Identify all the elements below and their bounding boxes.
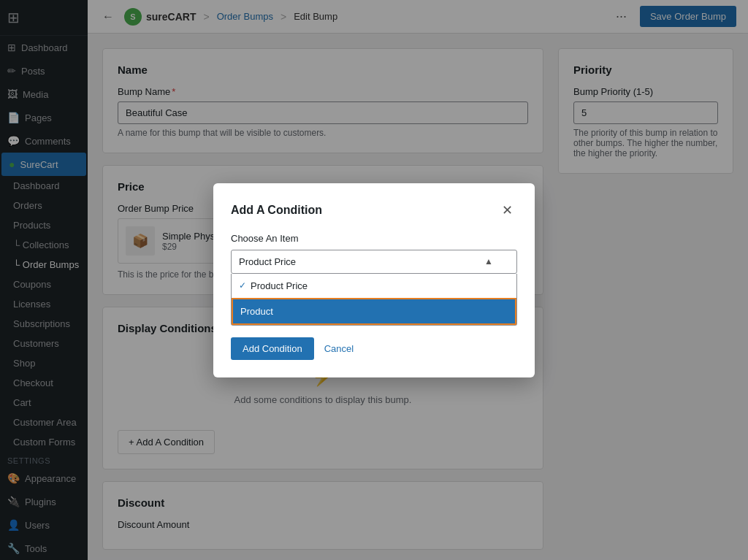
modal-close-button[interactable]: ✕ xyxy=(497,201,517,220)
dropdown-item-product[interactable]: Product xyxy=(232,298,516,325)
content-area: Name Bump Name* A name for this bump tha… xyxy=(88,34,748,560)
dropdown-item-product-price[interactable]: ✓ Product Price xyxy=(232,274,516,298)
dropdown-selected-value: Product Price xyxy=(239,256,296,267)
modal-add-condition-button[interactable]: Add Condition xyxy=(231,337,314,360)
dropdown-menu: ✓ Product Price Product xyxy=(231,274,517,326)
chevron-up-icon: ▲ xyxy=(484,256,493,266)
modal-cancel-button[interactable]: Cancel xyxy=(321,337,356,360)
modal-title: Add A Condition xyxy=(231,204,322,217)
add-condition-modal: Add A Condition ✕ Choose An Item Product… xyxy=(213,183,535,377)
checkmark-icon: ✓ xyxy=(239,280,246,291)
main-area: ← S sureCART > Order Bumps > Edit Bump ·… xyxy=(88,0,748,560)
choose-item-dropdown: Product Price ▲ ✓ Product Price Product xyxy=(231,250,517,326)
modal-footer: Add Condition Cancel xyxy=(231,337,517,360)
dropdown-select-button[interactable]: Product Price ▲ xyxy=(231,250,517,274)
choose-item-label: Choose An Item xyxy=(231,233,517,244)
modal-header: Add A Condition ✕ xyxy=(231,201,517,220)
modal-backdrop[interactable]: Add A Condition ✕ Choose An Item Product… xyxy=(88,34,748,560)
